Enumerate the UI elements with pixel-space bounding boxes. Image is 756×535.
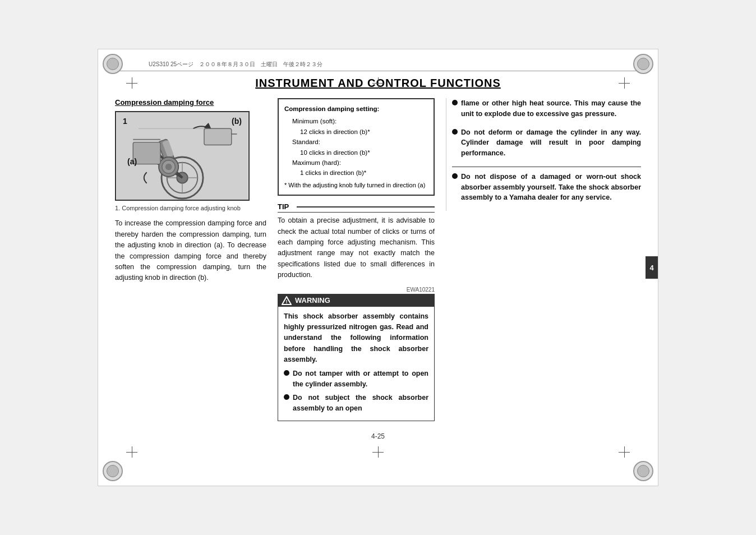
chapter-tab: 4 bbox=[646, 256, 658, 279]
middle-column: Compression damping setting: Minimum (so… bbox=[278, 98, 435, 421]
warning-bullet-text-2: Do not subject the shock absorber assemb… bbox=[293, 393, 428, 414]
ewa-reference: EWA10221 bbox=[278, 287, 435, 293]
compression-max-label: Maximum (hard): bbox=[292, 158, 428, 168]
content-area: Compression damping force bbox=[115, 98, 641, 421]
right-bullet-text-3: Do not dispose of a damaged or worn-out … bbox=[461, 172, 641, 203]
compression-max-value: 1 clicks in direction (b)* bbox=[300, 168, 428, 178]
compression-std-value: 10 clicks in direction (b)* bbox=[300, 147, 428, 158]
svg-point-14 bbox=[165, 164, 172, 170]
warning-box: ! WARNING This shock absorber assembly c… bbox=[278, 294, 435, 422]
right-bullet-dot-1 bbox=[452, 100, 458, 105]
right-bullet-dot-3 bbox=[452, 173, 458, 179]
warning-bullet-1: Do not tamper with or attempt to open th… bbox=[284, 368, 428, 390]
cross-marker-bl bbox=[126, 446, 137, 458]
cross-marker-tm bbox=[372, 77, 384, 89]
right-bullet-3: Do not dispose of a damaged or worn-out … bbox=[452, 172, 641, 203]
diagram-label-1: 1 bbox=[123, 117, 127, 126]
corner-decoration-tr bbox=[633, 54, 653, 74]
tip-label: TIP bbox=[278, 202, 435, 213]
svg-rect-19 bbox=[204, 128, 232, 145]
compression-footnote: * With the adjusting knob fully turned i… bbox=[284, 181, 428, 191]
cross-marker-tl bbox=[126, 77, 137, 89]
right-bullet-text-2: Do not deform or damage the cylinder in … bbox=[461, 127, 641, 159]
compression-box: Compression damping setting: Minimum (so… bbox=[278, 98, 435, 196]
svg-text:!: ! bbox=[286, 299, 288, 305]
section-heading: Compression damping force bbox=[115, 98, 266, 107]
compression-box-title: Compression damping setting: bbox=[284, 104, 428, 114]
warning-bullet-text-1: Do not tamper with or attempt to open th… bbox=[293, 368, 428, 390]
tip-section: TIP To obtain a precise adjustment, it i… bbox=[278, 202, 435, 280]
bullet-dot-2 bbox=[284, 394, 289, 400]
left-column: Compression damping force bbox=[115, 98, 266, 284]
page: 4 U2S310 25ページ ２００８年８月３０日 土曜日 午後２時２３分 IN… bbox=[98, 49, 658, 486]
warning-label: WARNING bbox=[295, 296, 330, 305]
diagram-label-b: (b) bbox=[232, 117, 242, 126]
right-bullet-2: Do not deform or damage the cylinder in … bbox=[452, 127, 641, 159]
compression-min-label: Minimum (soft): bbox=[292, 116, 428, 126]
document-meta: U2S310 25ページ ２００８年８月３０日 土曜日 午後２時２３分 bbox=[115, 61, 641, 71]
warning-header: ! WARNING bbox=[278, 294, 434, 307]
right-column: flame or other high heat source. This ma… bbox=[446, 98, 641, 211]
corner-decoration-br bbox=[633, 461, 653, 481]
tip-body: To obtain a precise adjustment, it is ad… bbox=[278, 215, 435, 280]
right-bullet-text-1: flame or other high heat source. This ma… bbox=[461, 98, 641, 119]
warning-bullet-2: Do not subject the shock absorber assemb… bbox=[284, 393, 428, 414]
warning-triangle-icon: ! bbox=[282, 296, 292, 305]
right-bullet-dot-2 bbox=[452, 129, 458, 135]
diagram-label-a: (a) bbox=[127, 157, 137, 166]
cross-marker-bm bbox=[372, 446, 384, 458]
page-number: 4-25 bbox=[115, 432, 641, 440]
warning-body: This shock absorber assembly contains hi… bbox=[284, 311, 428, 414]
compression-std-label: Standard: bbox=[292, 137, 428, 147]
right-bullet-1: flame or other high heat source. This ma… bbox=[452, 98, 641, 119]
compression-min-value: 12 clicks in direction (b)* bbox=[300, 127, 428, 137]
corner-decoration-bl bbox=[103, 461, 123, 481]
corner-decoration-tl bbox=[103, 54, 123, 74]
diagram-container: 1 (b) (a) bbox=[115, 111, 250, 201]
warning-intro: This shock absorber assembly contains hi… bbox=[284, 311, 428, 366]
left-body-text: To increase the compression damping forc… bbox=[115, 218, 266, 283]
bullet-dot-1 bbox=[284, 370, 289, 376]
svg-rect-18 bbox=[133, 142, 160, 164]
right-bullets: flame or other high heat source. This ma… bbox=[452, 98, 641, 203]
diagram-caption: 1. Compression damping force adjusting k… bbox=[115, 204, 244, 213]
cross-marker-tr bbox=[619, 77, 630, 89]
cross-marker-br bbox=[619, 446, 630, 458]
